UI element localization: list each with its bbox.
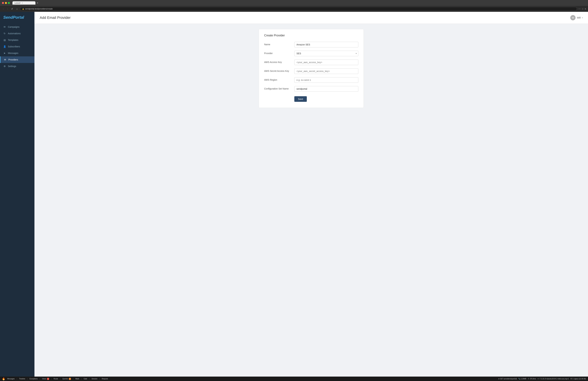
aws-secret-input[interactable] — [294, 68, 358, 74]
browser-nav: ‹ › ↺ ⌂ 🔒 sendportal.test/providers/crea… — [0, 6, 588, 12]
debug-views[interactable]: Views 1 — [42, 378, 49, 380]
aws-region-input[interactable] — [294, 77, 358, 83]
back-button[interactable]: ‹ — [2, 7, 5, 10]
sidebar-item-campaigns[interactable]: ✉ Campaigns — [0, 24, 34, 30]
config-set-label: Configuration Set Name — [264, 86, 290, 90]
debug-messages[interactable]: Messages — [7, 378, 15, 380]
avatar: W — [570, 15, 576, 20]
sidebar-item-label: Messages — [8, 52, 18, 54]
new-tab-button[interactable]: + — [36, 1, 39, 4]
debug-session[interactable]: Session — [92, 378, 97, 380]
extensions-icon[interactable]: ⋯ — [578, 8, 581, 10]
refresh-button[interactable]: ↺ — [10, 7, 14, 10]
messages-icon: ➤ — [3, 52, 6, 54]
memory-info: 🔧 5.28MB — [518, 378, 526, 380]
main-body: Create Provider Name Provider SES Mailgu… — [34, 24, 588, 377]
bookmark-icon[interactable]: ☆ — [582, 8, 584, 10]
form-title: Create Provider — [264, 34, 358, 37]
sidebar-item-providers[interactable]: ✉ Providers — [0, 56, 34, 63]
sidebar-item-automations[interactable]: ↻ Automations — [0, 30, 34, 37]
sidebar-item-label: Providers — [8, 58, 18, 61]
sidebar-item-label: Subscribers — [8, 45, 20, 48]
address-bar[interactable]: 🔒 sendportal.test/providers/create — [20, 7, 577, 11]
provider-select-wrap: SES Mailgun Postmark SendGrid Smtp2go ▾ — [294, 51, 358, 56]
sidebar-item-templates[interactable]: ▤ Templates — [0, 37, 34, 43]
settings-icon: ⚙ — [3, 65, 6, 68]
save-button[interactable]: Save — [294, 96, 307, 102]
page-title: Add Email Provider — [40, 16, 71, 20]
views-badge: 1 — [47, 378, 49, 380]
sidebar-item-label: Campaigns — [8, 26, 20, 28]
debug-exceptions[interactable]: Exceptions — [30, 378, 38, 380]
sidebar-item-label: Templates — [8, 39, 18, 41]
automations-icon: ↻ — [3, 32, 6, 35]
aws-secret-wrap — [294, 68, 358, 74]
aws-region-row: AWS Region — [264, 77, 358, 83]
tab-bar: Laravel ✕ + — [12, 1, 586, 5]
debug-gate[interactable]: Gate — [84, 378, 87, 380]
sidebar-item-messages[interactable]: ➤ Messages — [0, 50, 34, 56]
aws-access-key-label: AWS Access Key — [264, 60, 290, 63]
time-info: ⏱ 376.8ms — [528, 378, 536, 380]
php-info: <> 7.3.15-3+ubuntu18.04.1+deb.sury.org+1 — [537, 378, 569, 380]
active-tab[interactable]: Laravel ✕ — [12, 1, 35, 5]
sidebar: SendPortal ✉ Campaigns ↻ Automations ▤ T… — [0, 12, 34, 377]
campaigns-icon: ✉ — [3, 26, 6, 28]
create-provider-card: Create Provider Name Provider SES Mailgu… — [259, 29, 364, 108]
sidebar-item-label: Settings — [8, 65, 16, 68]
provider-row: Provider SES Mailgun Postmark SendGrid S… — [264, 51, 358, 56]
config-set-input[interactable] — [294, 86, 358, 92]
form-actions: Save — [264, 95, 358, 102]
name-input[interactable] — [294, 42, 358, 47]
chevron-down-icon: ▾ — [582, 17, 583, 19]
debug-bar: 🔥 Messages | Timeline | Exceptions | Vie… — [0, 377, 588, 381]
sidebar-item-settings[interactable]: ⚙ Settings — [0, 63, 34, 70]
queries-badge: 2 — [69, 378, 71, 380]
close-button[interactable] — [2, 2, 4, 4]
more-icon[interactable]: ≡ — [585, 8, 586, 10]
provider-label: Provider — [264, 51, 290, 55]
aws-access-key-wrap — [294, 60, 358, 65]
debug-route[interactable]: Route — [54, 378, 58, 380]
sidebar-item-subscribers[interactable]: 👤 Subscribers — [0, 43, 34, 50]
aws-region-label: AWS Region — [264, 77, 290, 81]
subscribers-icon: 👤 — [3, 45, 6, 48]
app-wrapper: SendPortal ✉ Campaigns ↻ Automations ▤ T… — [0, 12, 588, 377]
forward-button[interactable]: › — [6, 7, 9, 10]
aws-secret-row: AWS Secret Access Key — [264, 68, 358, 74]
home-button[interactable]: ⌂ — [15, 7, 19, 10]
debug-extended-info: ➤ GET providers/type/{id} 🔧 5.28MB ⏱ 376… — [498, 378, 586, 380]
sidebar-logo: SendPortal — [0, 12, 34, 24]
aws-region-wrap — [294, 77, 358, 83]
nav-extras: ⋯ ☆ ≡ — [578, 8, 586, 10]
user-name: Will — [577, 16, 581, 19]
browser-chrome: Laravel ✕ + ‹ › ↺ ⌂ 🔒 sendportal.test/pr… — [0, 0, 588, 12]
maximize-button[interactable] — [8, 2, 10, 4]
titlebar: Laravel ✕ + — [0, 0, 588, 6]
debug-queries[interactable]: Queries 2 — [62, 378, 71, 380]
templates-icon: ▤ — [3, 39, 6, 41]
lock-icon: 🔒 — [22, 8, 24, 10]
debug-mails[interactable]: Mails — [75, 378, 79, 380]
traffic-lights — [2, 2, 10, 4]
tab-close-icon[interactable]: ✕ — [22, 2, 23, 4]
name-row: Name — [264, 42, 358, 47]
aws-secret-label: AWS Secret Access Key — [264, 68, 290, 72]
job-info: #3 1 (ajax) (12:30:38) — [570, 378, 586, 380]
minimize-button[interactable] — [5, 2, 7, 4]
sidebar-nav: ✉ Campaigns ↻ Automations ▤ Templates 👤 … — [0, 24, 34, 377]
provider-select[interactable]: SES Mailgun Postmark SendGrid Smtp2go — [294, 51, 358, 56]
tab-title: Laravel — [14, 2, 20, 4]
main-header: Add Email Provider W Will ▾ — [34, 12, 588, 24]
name-input-wrap — [294, 42, 358, 47]
logo-text: SendPortal — [3, 15, 24, 20]
name-label: Name — [264, 42, 290, 46]
providers-icon: ✉ — [4, 58, 6, 61]
debug-timeline[interactable]: Timeline — [19, 378, 25, 380]
debug-request[interactable]: Request — [102, 378, 108, 380]
sidebar-item-label: Automations — [8, 32, 21, 35]
main-content: Add Email Provider W Will ▾ Create Provi… — [34, 12, 588, 377]
debug-logo-icon: 🔥 — [2, 377, 5, 380]
aws-access-key-input[interactable] — [294, 60, 358, 65]
user-menu[interactable]: W Will ▾ — [570, 15, 583, 20]
